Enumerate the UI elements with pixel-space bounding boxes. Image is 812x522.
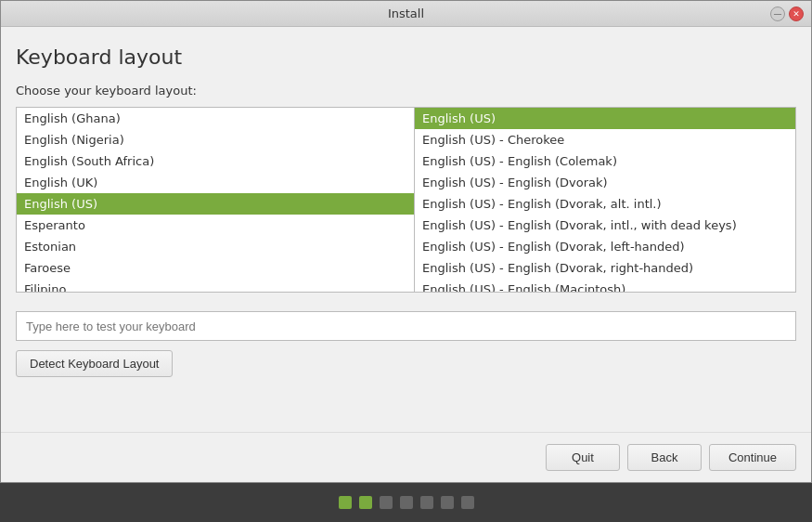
lists-container: English (Ghana) English (Nigeria) Englis… xyxy=(16,107,796,293)
progress-dot-1 xyxy=(339,496,352,509)
variant-list[interactable]: English (US) English (US) - Cherokee Eng… xyxy=(415,107,796,293)
progress-dot-3 xyxy=(380,496,393,509)
variant-item[interactable]: English (US) - English (Dvorak, left-han… xyxy=(415,236,795,257)
progress-dot-7 xyxy=(461,496,474,509)
minimize-button[interactable]: — xyxy=(770,7,785,21)
main-window: Install — ✕ Keyboard layout Choose your … xyxy=(0,0,812,483)
list-item[interactable]: Estonian xyxy=(17,236,414,257)
minimize-icon: — xyxy=(774,9,782,19)
variant-item[interactable]: English (US) - English (Dvorak, right-ha… xyxy=(415,257,795,279)
titlebar: Install — ✕ xyxy=(1,1,811,27)
titlebar-controls: — ✕ xyxy=(770,7,804,21)
keyboard-test-input[interactable] xyxy=(16,311,796,341)
language-list[interactable]: English (Ghana) English (Nigeria) Englis… xyxy=(16,107,415,293)
variant-item[interactable]: English (US) - English (Dvorak) xyxy=(415,172,795,193)
progress-area xyxy=(0,483,812,522)
progress-dot-4 xyxy=(400,496,413,509)
window-title: Install xyxy=(388,7,424,20)
list-item[interactable]: English (Nigeria) xyxy=(17,129,414,150)
list-item[interactable]: Faroese xyxy=(17,257,414,279)
list-item-selected[interactable]: English (US) xyxy=(17,193,414,215)
progress-dots xyxy=(339,496,474,509)
quit-button[interactable]: Quit xyxy=(546,444,620,471)
list-item[interactable]: Filipino xyxy=(17,279,414,293)
bottom-bar: Quit Back Continue xyxy=(1,432,811,482)
variant-item-selected[interactable]: English (US) xyxy=(415,108,795,129)
variant-item[interactable]: English (US) - English (Dvorak, intl., w… xyxy=(415,215,795,236)
list-item[interactable]: English (Ghana) xyxy=(17,108,414,129)
detect-keyboard-button[interactable]: Detect Keyboard Layout xyxy=(16,350,173,377)
variant-item[interactable]: English (US) - English (Colemak) xyxy=(415,150,795,172)
window-wrapper: Install — ✕ Keyboard layout Choose your … xyxy=(0,0,812,522)
page-title: Keyboard layout xyxy=(16,46,796,69)
list-item[interactable]: English (UK) xyxy=(17,172,414,193)
continue-button[interactable]: Continue xyxy=(709,444,796,471)
subtitle: Choose your keyboard layout: xyxy=(16,84,796,98)
close-icon: ✕ xyxy=(793,9,800,19)
detect-button-wrapper: Detect Keyboard Layout xyxy=(16,350,796,377)
list-item[interactable]: English (South Africa) xyxy=(17,150,414,172)
close-button[interactable]: ✕ xyxy=(789,7,804,21)
variant-item[interactable]: English (US) - Cherokee xyxy=(415,129,795,150)
back-button[interactable]: Back xyxy=(627,444,702,471)
list-item[interactable]: Esperanto xyxy=(17,215,414,236)
progress-dot-6 xyxy=(441,496,454,509)
variant-item[interactable]: English (US) - English (Macintosh) xyxy=(415,279,795,293)
test-input-wrapper xyxy=(16,311,796,341)
variant-item[interactable]: English (US) - English (Dvorak, alt. int… xyxy=(415,193,795,215)
progress-dot-2 xyxy=(359,496,372,509)
content-area: Keyboard layout Choose your keyboard lay… xyxy=(1,27,811,432)
progress-dot-5 xyxy=(420,496,433,509)
